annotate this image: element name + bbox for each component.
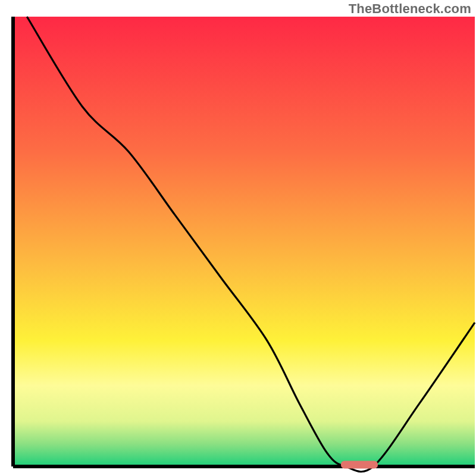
plot-background <box>13 17 475 466</box>
optimal-marker <box>341 461 378 469</box>
bottleneck-chart <box>0 0 476 476</box>
chart-container: TheBottleneck.com <box>0 0 476 476</box>
watermark-text: TheBottleneck.com <box>349 1 471 17</box>
